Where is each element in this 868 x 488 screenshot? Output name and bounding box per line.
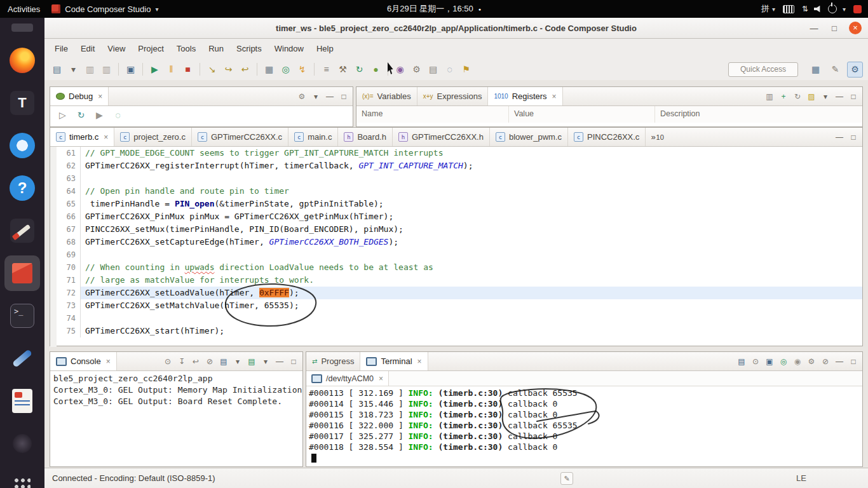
max-icon[interactable]: □ bbox=[337, 90, 350, 103]
code-line[interactable]: 63 bbox=[57, 172, 862, 185]
menu-help[interactable]: Help bbox=[310, 41, 340, 57]
resume-small-icon[interactable]: ▶ bbox=[92, 108, 107, 123]
min-icon[interactable]: — bbox=[323, 90, 336, 103]
console-display-icon[interactable]: ▤ bbox=[735, 355, 748, 368]
open-perspective-icon[interactable]: ▦ bbox=[808, 62, 824, 78]
editor-tab-blower_pwm.c[interactable]: cblower_pwm.c bbox=[490, 128, 568, 146]
window-titlebar[interactable]: timer_ws - ble5_project_zero_cc2640r2lp_… bbox=[44, 18, 868, 39]
source-lookup-icon[interactable]: ≡ bbox=[319, 62, 334, 77]
line-number[interactable]: 71 bbox=[57, 274, 81, 287]
code-line[interactable]: 65 timerPinHandle = PIN_open(&timerPinSt… bbox=[57, 198, 862, 210]
keyboard-icon[interactable] bbox=[783, 5, 794, 13]
resume-icon[interactable]: ▶ bbox=[147, 62, 162, 77]
debug-bug-icon[interactable]: ● bbox=[369, 62, 383, 77]
column-header-description[interactable]: Description bbox=[655, 106, 862, 123]
dock-item-firefox[interactable] bbox=[4, 43, 40, 78]
code-line[interactable]: 61// GPT_MODE_EDGE_COUNT seems to trigge… bbox=[57, 147, 862, 159]
terminal-output[interactable]: #000113 [ 312.169 ] INFO: (timerb.c:30) … bbox=[306, 386, 862, 464]
refresh2-icon[interactable]: ↻ bbox=[791, 90, 804, 103]
close-icon[interactable]: × bbox=[104, 133, 108, 142]
tab-registers[interactable]: 1010Registers× bbox=[488, 87, 562, 105]
system-tray[interactable]: ⇅ ▾ bbox=[802, 4, 846, 13]
editor-tab-GPTimerCC26XX.h[interactable]: hGPTimerCC26XX.h bbox=[393, 128, 490, 146]
close-icon[interactable]: × bbox=[106, 357, 111, 366]
app-menu-button[interactable]: Code Composer Studio ▾ bbox=[51, 4, 158, 14]
close-icon[interactable]: × bbox=[98, 92, 102, 101]
dock-item-browser[interactable] bbox=[4, 128, 40, 163]
quick-access-box[interactable]: Quick Access bbox=[728, 62, 798, 77]
min-icon[interactable]: — bbox=[833, 355, 846, 368]
chevdown-icon[interactable]: ▾ bbox=[309, 90, 322, 103]
restart-icon[interactable]: ↻ bbox=[74, 108, 88, 123]
step-over-icon[interactable]: ↪ bbox=[221, 62, 236, 77]
hidden-tabs-chooser[interactable]: »10 bbox=[646, 128, 668, 146]
memory-view-icon[interactable]: ▦ bbox=[262, 62, 276, 77]
profile-icon[interactable]: ◌ bbox=[111, 108, 125, 123]
editor-tab-timerb.c[interactable]: ctimerb.c× bbox=[50, 128, 114, 146]
line-number[interactable]: 65 bbox=[57, 198, 81, 210]
code-editor[interactable]: 61// GPT_MODE_EDGE_COUNT seems to trigge… bbox=[50, 147, 862, 347]
statusbar-icon[interactable]: ✎ bbox=[560, 472, 573, 485]
dock-item-trash[interactable] bbox=[4, 426, 40, 461]
line-number[interactable]: 69 bbox=[57, 248, 81, 261]
menu-edit[interactable]: Edit bbox=[74, 41, 101, 57]
scroll-lock-icon[interactable]: ↧ bbox=[175, 355, 188, 368]
dock-item-terminal[interactable]: >_ bbox=[4, 298, 40, 334]
code-line[interactable]: 67PINCC26XX_setMux(timerPinHandle, PIN_I… bbox=[57, 223, 862, 236]
menu-scripts[interactable]: Scripts bbox=[230, 41, 268, 57]
open-console-icon[interactable]: ▤ bbox=[245, 355, 258, 368]
dock-item-help[interactable]: ? bbox=[4, 170, 40, 206]
gear-icon[interactable]: ⚙ bbox=[805, 355, 818, 368]
connect-icon[interactable]: ◎ bbox=[777, 355, 790, 368]
step-filters-icon[interactable]: ▷ bbox=[55, 108, 70, 123]
min-icon[interactable]: — bbox=[833, 131, 846, 144]
search-icon[interactable]: ◌ bbox=[442, 62, 457, 77]
min-icon[interactable]: — bbox=[273, 355, 286, 368]
line-number[interactable]: 61 bbox=[57, 147, 81, 159]
tab-variables[interactable]: (x)=Variables bbox=[356, 87, 417, 105]
code-line[interactable]: 68GPTimerCC26XX_setCaptureEdge(hTimer, G… bbox=[57, 236, 862, 248]
debug-launch-icon[interactable]: ▣ bbox=[123, 62, 138, 77]
tab-terminal[interactable]: Terminal× bbox=[360, 352, 428, 370]
menu-run[interactable]: Run bbox=[202, 41, 230, 57]
save-icon[interactable]: ▥ bbox=[83, 62, 97, 77]
chevdown-icon[interactable]: ▾ bbox=[819, 90, 832, 103]
line-number[interactable]: 70 bbox=[57, 261, 81, 274]
maximize-button[interactable]: □ bbox=[829, 24, 840, 33]
column-header-name[interactable]: Name bbox=[356, 106, 509, 123]
console-output[interactable]: ble5_project_zero_cc2640r2lp_appCortex_M… bbox=[50, 371, 302, 409]
min-icon[interactable]: — bbox=[833, 90, 846, 103]
column-header-value[interactable]: Value bbox=[509, 106, 655, 123]
debug-perspective-icon[interactable]: ⚙ bbox=[847, 62, 863, 78]
menu-tools[interactable]: Tools bbox=[170, 41, 202, 57]
add-icon[interactable]: + bbox=[777, 90, 790, 103]
menu-project[interactable]: Project bbox=[132, 41, 170, 57]
close-icon[interactable]: × bbox=[552, 92, 557, 101]
editor-tab-Board.h[interactable]: hBoard.h bbox=[338, 128, 393, 146]
line-number[interactable]: 72 bbox=[57, 287, 81, 299]
activities-button[interactable]: Activities bbox=[8, 4, 40, 14]
dock-item-text-editor[interactable]: T bbox=[4, 85, 40, 121]
code-line[interactable]: 74 bbox=[57, 312, 862, 325]
console-display-icon[interactable]: ▤ bbox=[217, 355, 230, 368]
new-file-icon[interactable]: ▤ bbox=[50, 62, 64, 77]
code-line[interactable]: 73GPTimerCC26XX_setMatchValue(hTimer, 65… bbox=[57, 299, 862, 312]
pin-icon[interactable]: ⊙ bbox=[749, 355, 762, 368]
file-open-icon[interactable]: ▤ bbox=[426, 62, 440, 77]
line-number[interactable]: 68 bbox=[57, 236, 81, 248]
editor-tab-GPTimerCC26XX.c[interactable]: cGPTimerCC26XX.c bbox=[192, 128, 288, 146]
step-return-icon[interactable]: ↩ bbox=[238, 62, 252, 77]
new-dropdown-icon[interactable]: ▾ bbox=[66, 62, 81, 77]
close-icon[interactable]: × bbox=[417, 357, 422, 366]
clock-button[interactable]: 6月29日 星期一，16:50 bbox=[387, 4, 473, 13]
tab-expressions[interactable]: x+yExpressions bbox=[417, 87, 489, 105]
line-number[interactable]: 73 bbox=[57, 299, 81, 312]
pin-icon[interactable]: ⊙ bbox=[161, 355, 174, 368]
step-into-icon[interactable]: ↘ bbox=[205, 62, 219, 77]
tab-debug[interactable]: Debug × bbox=[50, 87, 109, 105]
editor-tab-project_zero.c[interactable]: cproject_zero.c bbox=[114, 128, 192, 146]
recording-indicator[interactable] bbox=[853, 5, 862, 13]
save-all-icon[interactable]: ▥ bbox=[99, 62, 114, 77]
chevdown-icon[interactable]: ▾ bbox=[231, 355, 244, 368]
line-number[interactable]: 64 bbox=[57, 185, 81, 198]
